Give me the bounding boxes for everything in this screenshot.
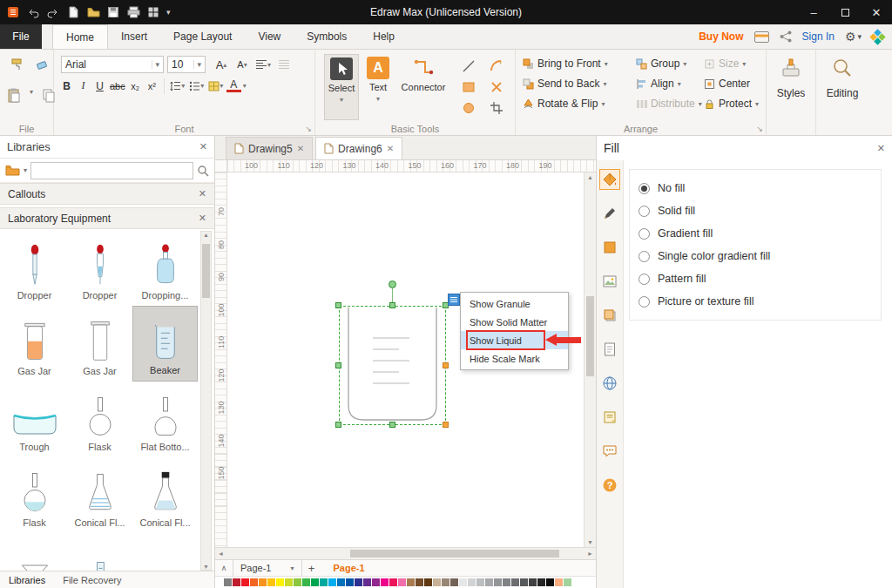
document-icon[interactable] xyxy=(599,339,620,360)
selection-handle[interactable] xyxy=(335,422,341,428)
library-item-conical-flask[interactable]: Conical Fl... xyxy=(67,457,132,533)
protect-button[interactable]: Protect▾ xyxy=(704,97,765,111)
scroll-down-icon[interactable]: ▼ xyxy=(585,539,596,545)
color-swatch[interactable] xyxy=(546,578,554,586)
center-button[interactable]: Center xyxy=(704,77,765,91)
text-highlight-icon[interactable]: ▾ xyxy=(207,78,225,94)
scroll-up-icon[interactable]: ▲ xyxy=(203,232,209,238)
vertical-scrollbar[interactable]: ▲ ▼ xyxy=(584,172,596,547)
scroll-thumb[interactable] xyxy=(586,296,594,376)
open-folder-icon[interactable] xyxy=(86,5,100,19)
library-item-partial[interactable] xyxy=(2,533,67,571)
close-button[interactable]: ✕ xyxy=(861,0,892,24)
fill-option-single-color-gradient-fill[interactable]: Single color gradient fill xyxy=(639,245,872,267)
bold-button[interactable]: B xyxy=(59,78,74,94)
pen-icon[interactable] xyxy=(599,203,620,224)
color-swatch[interactable] xyxy=(503,578,510,586)
fill-option-solid-fill[interactable]: Solid fill xyxy=(639,199,872,222)
sign-in-link[interactable]: Sign In xyxy=(802,30,835,43)
connector-tool-button[interactable]: Connector xyxy=(397,54,449,120)
picture-icon[interactable] xyxy=(599,271,620,292)
library-item-gas-jar[interactable]: Gas Jar xyxy=(2,306,67,382)
callouts-close-icon[interactable]: ✕ xyxy=(199,188,206,199)
grow-font-button[interactable]: A▴ xyxy=(213,57,230,72)
arc-tool-icon[interactable] xyxy=(488,58,505,74)
font-family-select[interactable]: Arial▾ xyxy=(61,56,164,73)
color-swatch[interactable] xyxy=(494,578,502,586)
scroll-right-icon[interactable]: ► xyxy=(587,551,593,557)
library-item-dropper[interactable]: Dropper xyxy=(67,230,132,306)
menu-tab-symbols[interactable]: Symbols xyxy=(294,24,360,49)
superscript-button[interactable]: x² xyxy=(145,78,159,94)
library-scrollbar[interactable]: ▲ ▼ xyxy=(200,231,212,571)
license-card-icon[interactable] xyxy=(754,31,769,43)
footer-tab-file-recovery[interactable]: File Recovery xyxy=(63,575,121,585)
tab-close-icon[interactable]: ✕ xyxy=(297,144,304,153)
tab-close-icon[interactable]: ✕ xyxy=(387,144,394,153)
bring-to-front-button[interactable]: Bring to Front▾ xyxy=(523,57,631,71)
note-icon[interactable] xyxy=(599,407,620,428)
rotation-handle[interactable] xyxy=(389,280,396,288)
text-align-icon[interactable]: ▾ xyxy=(254,57,272,72)
color-swatch[interactable] xyxy=(564,578,571,586)
italic-button[interactable]: I xyxy=(76,78,91,94)
format-painter-icon[interactable] xyxy=(9,57,26,72)
font-color-button[interactable]: A xyxy=(226,79,241,92)
save-icon[interactable] xyxy=(106,5,120,19)
context-menu-item-hide-scale-mark[interactable]: Hide Scale Mark xyxy=(461,349,568,368)
align-button[interactable]: Align▾ xyxy=(636,77,706,91)
color-swatch[interactable] xyxy=(302,578,310,586)
rotate-flip-button[interactable]: Rotate & Flip▾ xyxy=(523,97,631,111)
library-item-flask[interactable]: Flask xyxy=(2,457,67,533)
color-swatch[interactable] xyxy=(241,578,249,586)
select-tool-button[interactable]: Select ▾ xyxy=(324,54,359,120)
color-swatch[interactable] xyxy=(328,578,336,586)
crop-tool-icon[interactable] xyxy=(488,100,505,116)
color-swatch[interactable] xyxy=(224,578,232,586)
selection-handle[interactable] xyxy=(389,422,395,428)
color-swatch[interactable] xyxy=(511,578,519,586)
context-menu-item-show-solid-matter[interactable]: Show Solid Matter xyxy=(461,313,568,331)
bullet-list-icon[interactable]: ▾ xyxy=(188,78,206,94)
menu-tab-page-layout[interactable]: Page Layout xyxy=(160,24,245,49)
library-item-conical-flask[interactable]: Conical Fl... xyxy=(132,457,198,533)
color-swatch[interactable] xyxy=(442,578,449,586)
quick-access-caret-icon[interactable]: ▾ xyxy=(166,8,171,17)
library-section-laboratory-equipment[interactable]: Laboratory Equipment ✕ xyxy=(0,207,214,229)
collapse-pagebar-icon[interactable]: ∧ xyxy=(215,564,233,572)
radio-icon[interactable] xyxy=(639,274,650,285)
library-folder-icon[interactable] xyxy=(5,165,20,176)
color-swatch[interactable] xyxy=(276,578,284,586)
color-swatch[interactable] xyxy=(520,578,528,586)
underline-button[interactable]: U xyxy=(92,78,107,94)
radio-icon[interactable] xyxy=(639,251,650,262)
font-color-caret-icon[interactable]: ▾ xyxy=(243,82,247,90)
color-swatch[interactable] xyxy=(476,578,484,586)
group-button[interactable]: Group▾ xyxy=(636,57,706,71)
color-swatch[interactable] xyxy=(372,578,380,586)
font-size-select[interactable]: 10▾ xyxy=(167,56,206,73)
fill-option-pattern-fill[interactable]: Pattern fill xyxy=(639,267,872,290)
color-swatch[interactable] xyxy=(381,578,389,586)
editing-button[interactable]: Editing xyxy=(816,57,868,99)
color-swatch[interactable] xyxy=(416,578,423,586)
color-swatch[interactable] xyxy=(355,578,362,586)
line-spacing-icon[interactable]: ▾ xyxy=(169,78,186,94)
add-page-button[interactable]: + xyxy=(302,562,321,575)
radio-icon[interactable] xyxy=(639,228,650,240)
color-swatch[interactable] xyxy=(424,578,432,586)
line-tool-icon[interactable] xyxy=(460,58,477,74)
selection-handle[interactable] xyxy=(335,302,341,308)
library-item-dropping-bottle[interactable]: Dropping... xyxy=(132,230,198,306)
strikethrough-button[interactable]: abc xyxy=(109,78,126,94)
color-swatch[interactable] xyxy=(555,578,563,586)
selection-handle[interactable] xyxy=(443,362,449,368)
color-swatch[interactable] xyxy=(363,578,371,586)
text-tool-button[interactable]: A Text ▾ xyxy=(362,54,394,120)
styles-button[interactable]: Styles xyxy=(767,57,815,99)
library-item-flask[interactable]: Flask xyxy=(67,382,132,457)
color-swatch[interactable] xyxy=(450,578,458,586)
print-icon[interactable] xyxy=(126,5,140,19)
comment-icon[interactable] xyxy=(599,441,620,462)
layers-icon[interactable] xyxy=(599,305,620,326)
